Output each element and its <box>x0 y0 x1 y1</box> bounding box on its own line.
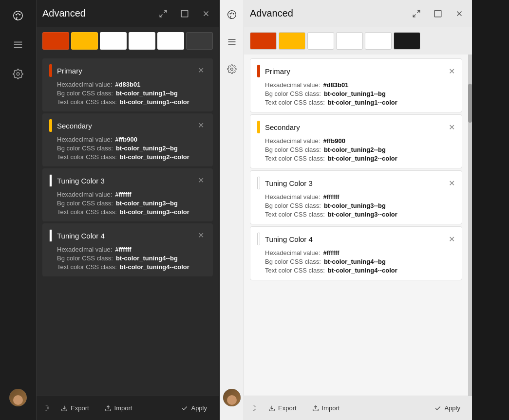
left-panel: Advanced <box>0 0 219 420</box>
swatch-3[interactable] <box>100 32 127 50</box>
right-restore-icon[interactable] <box>431 7 445 20</box>
color3-close-button[interactable]: ✕ <box>196 176 206 185</box>
right-import-button[interactable]: Import <box>306 402 346 414</box>
right-primary-title: Primary <box>265 67 444 75</box>
color3-info: Hexadecimal value: #ffffff Bg color CSS … <box>49 191 206 216</box>
export-icon <box>61 405 68 412</box>
right-color-card-secondary: Secondary ✕ Hexadecimal value: #ffb900 B… <box>250 114 462 168</box>
primary-indicator <box>49 64 52 77</box>
svg-point-17 <box>231 12 232 14</box>
left-titlebar: Advanced <box>37 0 219 27</box>
right-secondary-info: Hexadecimal value: #ffb900 Bg color CSS … <box>257 137 455 162</box>
right-primary-hex-value: #d83b01 <box>323 81 348 89</box>
right-avatar[interactable] <box>223 389 241 406</box>
right-bottombar: ☽ Export Import <box>244 396 472 420</box>
right-swatch-6[interactable] <box>394 32 420 50</box>
right-color3-title: Tuning Color 3 <box>265 179 444 187</box>
c3-bg-label: Bg color CSS class: <box>57 200 113 207</box>
right-list-wrapper: Primary ✕ Hexadecimal value: #d83b01 Bg … <box>244 55 472 396</box>
right-secondary-close-button[interactable]: ✕ <box>449 123 455 132</box>
color-card-4-header: Tuning Color 4 ✕ <box>49 229 206 242</box>
color-card-4: Tuning Color 4 ✕ Hexadecimal value: #fff… <box>42 223 213 276</box>
export-button[interactable]: Export <box>55 402 95 414</box>
right-menu-icon[interactable] <box>223 33 241 51</box>
import-button[interactable]: Import <box>99 402 138 414</box>
right-swatch-primary[interactable] <box>250 32 277 50</box>
primary-text-row: Text color CSS class: bt-color_tuning1--… <box>57 98 206 106</box>
import-icon <box>105 405 112 412</box>
apply-label: Apply <box>191 404 207 412</box>
right-bg-label-3: Bg color CSS class: <box>265 202 321 209</box>
right-settings-icon[interactable] <box>223 60 241 78</box>
right-color4-bg-value: bt-color_tuning4--bg <box>324 258 386 265</box>
right-color-card-4-header: Tuning Color 4 ✕ <box>257 233 455 245</box>
color4-close-button[interactable]: ✕ <box>196 231 206 240</box>
right-color3-close-button[interactable]: ✕ <box>449 179 455 188</box>
color-card-3: Tuning Color 3 ✕ Hexadecimal value: #fff… <box>42 168 213 221</box>
right-hex-label-4: Hexadecimal value: <box>265 249 320 256</box>
right-color4-text-value: bt-color_tuning4--color <box>328 267 397 274</box>
right-swatch-4[interactable] <box>336 32 363 50</box>
settings-icon[interactable] <box>8 64 28 84</box>
primary-text-value: bt-color_tuning1--color <box>120 98 189 106</box>
right-export-button[interactable]: Export <box>263 402 302 414</box>
svg-point-7 <box>17 73 19 75</box>
svg-rect-10 <box>181 10 188 17</box>
swatch-primary[interactable] <box>42 32 69 50</box>
minimize-icon[interactable] <box>156 7 170 20</box>
color3-hex-row: Hexadecimal value: #ffffff <box>57 191 206 198</box>
right-scrollbar-track[interactable] <box>468 55 472 396</box>
right-color3-indicator <box>257 177 260 189</box>
restore-icon[interactable] <box>178 7 191 20</box>
avatar[interactable] <box>9 389 27 406</box>
right-color3-bg-row: Bg color CSS class: bt-color_tuning3--bg <box>265 202 455 209</box>
secondary-close-button[interactable]: ✕ <box>196 121 206 130</box>
color4-text-value: bt-color_tuning4--color <box>120 263 189 271</box>
svg-line-9 <box>160 14 162 17</box>
right-color-card-primary: Primary ✕ Hexadecimal value: #d83b01 Bg … <box>250 58 462 112</box>
color4-text-row: Text color CSS class: bt-color_tuning4--… <box>57 263 206 271</box>
sec-bg-label: Bg color CSS class: <box>57 145 113 152</box>
swatch-5[interactable] <box>157 32 184 50</box>
apply-button[interactable]: Apply <box>175 402 213 414</box>
right-window: Advanced <box>244 0 472 420</box>
right-scrollbar-thumb[interactable] <box>468 84 472 123</box>
color-card-secondary: Secondary ✕ Hexadecimal value: #ffb900 B… <box>42 113 213 166</box>
color-card-secondary-header: Secondary ✕ <box>49 119 206 132</box>
color4-info: Hexadecimal value: #ffffff Bg color CSS … <box>49 246 206 271</box>
right-color4-close-button[interactable]: ✕ <box>449 235 455 244</box>
right-import-label: Import <box>322 404 340 412</box>
right-text-label-4: Text color CSS class: <box>265 267 325 274</box>
menu-icon[interactable] <box>8 35 28 55</box>
right-palette-icon[interactable] <box>223 6 241 23</box>
right-export-label: Export <box>278 404 297 412</box>
right-minimize-icon[interactable] <box>410 7 423 20</box>
swatch-secondary[interactable] <box>71 32 98 50</box>
color-card-primary-header: Primary ✕ <box>49 64 206 77</box>
close-icon[interactable] <box>199 7 213 20</box>
right-close-icon[interactable] <box>452 7 466 20</box>
color3-bg-row: Bg color CSS class: bt-color_tuning3--bg <box>57 200 206 207</box>
right-hex-label-3: Hexadecimal value: <box>265 193 320 201</box>
left-color-list: Primary ✕ Hexadecimal value: #d83b01 Bg … <box>37 55 219 396</box>
right-apply-button[interactable]: Apply <box>429 402 466 414</box>
swatch-6[interactable] <box>186 32 213 50</box>
color3-bg-value: bt-color_tuning3--bg <box>116 200 178 207</box>
svg-point-1 <box>16 14 17 16</box>
right-secondary-hex-value: #ffb900 <box>323 137 345 145</box>
swatch-4[interactable] <box>129 32 155 50</box>
left-window-title: Advanced <box>42 8 156 19</box>
right-swatch-3[interactable] <box>307 32 334 50</box>
right-swatch-5[interactable] <box>365 32 392 50</box>
right-swatch-secondary[interactable] <box>279 32 305 50</box>
left-window: Advanced <box>37 0 219 420</box>
palette-icon[interactable] <box>8 6 28 25</box>
right-panel: Advanced <box>219 0 472 420</box>
right-color4-hex-row: Hexadecimal value: #ffffff <box>265 249 455 256</box>
export-label: Export <box>71 404 89 412</box>
secondary-indicator <box>49 119 52 132</box>
c4-text-label: Text color CSS class: <box>57 263 117 271</box>
primary-close-button[interactable]: ✕ <box>196 66 206 75</box>
right-color-card-3-header: Tuning Color 3 ✕ <box>257 177 455 189</box>
right-primary-close-button[interactable]: ✕ <box>449 67 455 76</box>
